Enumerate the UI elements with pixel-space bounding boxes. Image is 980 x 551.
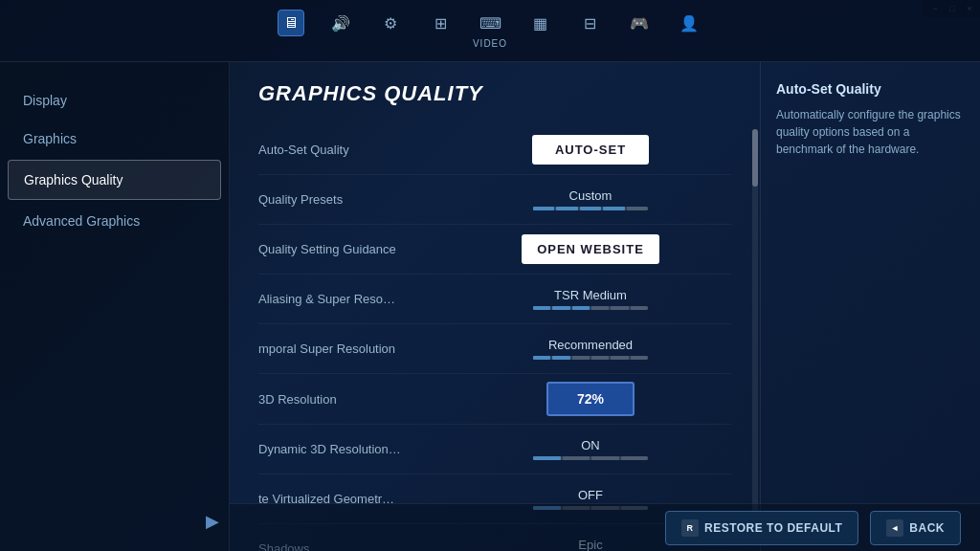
sidebar-arrow-icon: ▶ [206,511,219,532]
slider-seg [552,306,569,310]
setting-control-quality-guidance: OPEN WEBSITE [450,234,731,264]
setting-row-3d-resolution: 3D Resolution 72% [258,374,731,425]
dynamic-3d-value: ON [581,438,600,452]
tsr-value: Recommended [548,338,633,352]
slider-seg [556,207,577,210]
nav-icons-row: 🖥 🔊 ⚙ ⊞ ⌨ ▦ ⊟ 🎮 👤 [278,0,702,36]
sidebar-item-graphics[interactable]: Graphics [0,120,229,158]
bottom-bar: R RESTORE TO DEFAULT ◄ BACK [230,503,980,551]
slider-seg [611,356,628,360]
setting-control-3d-resolution: 72% [450,382,731,416]
3d-resolution-button[interactable]: 72% [546,382,635,416]
slider-seg [533,456,561,460]
slider-seg [533,356,550,360]
slider-seg [631,306,648,310]
slider-seg [611,306,628,310]
setting-label-3d-resolution: 3D Resolution [258,392,450,407]
restore-default-button[interactable]: R RESTORE TO DEFAULT [665,511,858,545]
slider-seg [591,306,609,310]
slider-seg [603,207,624,210]
slider-seg [631,356,648,360]
restore-icon: R [681,519,699,537]
setting-row-dynamic-3d: Dynamic 3D Resolution… ON [258,425,731,474]
setting-control-quality-presets[interactable]: Custom [450,188,731,210]
setting-control-aliasing[interactable]: TSR Medium [450,288,731,310]
section-title: GRAPHICS QUALITY [258,81,731,106]
nav-account-icon[interactable]: 👤 [676,10,702,36]
slider-seg [572,356,590,360]
setting-row-auto-set: Auto-Set Quality AUTO-SET [258,125,731,175]
aliasing-slider[interactable] [533,306,648,310]
nav-display2-icon[interactable]: ⊞ [427,10,454,36]
nav-settings-icon[interactable]: ⚙ [377,10,404,36]
nav-gamepad-icon[interactable]: 🎮 [626,10,653,36]
quality-presets-value: Custom [569,188,612,203]
top-nav: 🖥 🔊 ⚙ ⊞ ⌨ ▦ ⊟ 🎮 👤 VIDEO [0,0,980,62]
setting-row-quality-presets: Quality Presets Custom [258,175,731,225]
setting-control-tsr[interactable]: Recommended [450,338,731,360]
settings-panel: GRAPHICS QUALITY Auto-Set Quality AUTO-S… [230,62,760,551]
virt-geom-value: OFF [578,488,603,502]
main-content: GRAPHICS QUALITY Auto-Set Quality AUTO-S… [230,62,980,551]
slider-seg [533,207,554,210]
sidebar-item-graphics-quality[interactable]: Graphics Quality [8,160,221,200]
back-button[interactable]: ◄ BACK [870,511,961,545]
slider-seg [533,306,550,310]
info-title: Auto-Set Quality [776,81,965,97]
info-panel: Auto-Set Quality Automatically configure… [760,62,980,551]
setting-label-auto-set: Auto-Set Quality [258,143,450,157]
setting-label-quality-presets: Quality Presets [258,192,450,207]
quality-presets-slider[interactable] [533,207,648,210]
setting-control-auto-set: AUTO-SET [450,135,731,165]
auto-set-button[interactable]: AUTO-SET [532,135,649,165]
setting-control-dynamic-3d[interactable]: ON [450,438,731,460]
setting-label-aliasing: Aliasing & Super Reso… [258,292,450,306]
tsr-slider[interactable] [533,356,648,360]
back-label: BACK [909,521,945,535]
slider-seg [580,207,601,210]
nav-keyboard-icon[interactable]: ▦ [526,10,553,36]
setting-label-dynamic-3d: Dynamic 3D Resolution… [258,442,450,456]
scroll-track[interactable] [752,129,758,532]
info-text: Automatically configure the graphics qua… [776,106,965,158]
slider-seg [591,356,609,360]
slider-seg [563,456,590,460]
slider-seg [621,456,649,460]
dynamic-3d-slider[interactable] [533,456,648,460]
settings-rows: Auto-Set Quality AUTO-SET Quality Preset… [258,125,731,551]
restore-label: RESTORE TO DEFAULT [704,521,842,535]
nav-label: VIDEO [473,38,507,49]
setting-label-quality-guidance: Quality Setting Guidance [258,242,450,256]
nav-grid-icon[interactable]: ⊟ [576,10,603,36]
slider-seg [572,306,590,310]
aliasing-value: TSR Medium [554,288,627,302]
back-icon: ◄ [886,519,903,537]
nav-audio-icon[interactable]: 🔊 [327,10,354,36]
nav-controller-icon[interactable]: ⌨ [477,10,503,36]
open-website-button[interactable]: OPEN WEBSITE [522,234,659,264]
nav-video-icon[interactable]: 🖥 [278,10,304,36]
setting-row-aliasing: Aliasing & Super Reso… TSR Medium [258,275,731,324]
setting-row-quality-guidance: Quality Setting Guidance OPEN WEBSITE [258,225,731,275]
sidebar: Display Graphics Graphics Quality Advanc… [0,62,230,551]
slider-seg [627,207,648,210]
scroll-thumb[interactable] [752,129,758,187]
sidebar-item-display[interactable]: Display [0,81,229,120]
slider-seg [552,356,569,360]
sidebar-item-advanced-graphics[interactable]: Advanced Graphics [0,202,229,240]
setting-row-tsr: mporal Super Resolution Recommended [258,324,731,374]
slider-seg [591,456,619,460]
setting-label-tsr: mporal Super Resolution [258,342,450,356]
